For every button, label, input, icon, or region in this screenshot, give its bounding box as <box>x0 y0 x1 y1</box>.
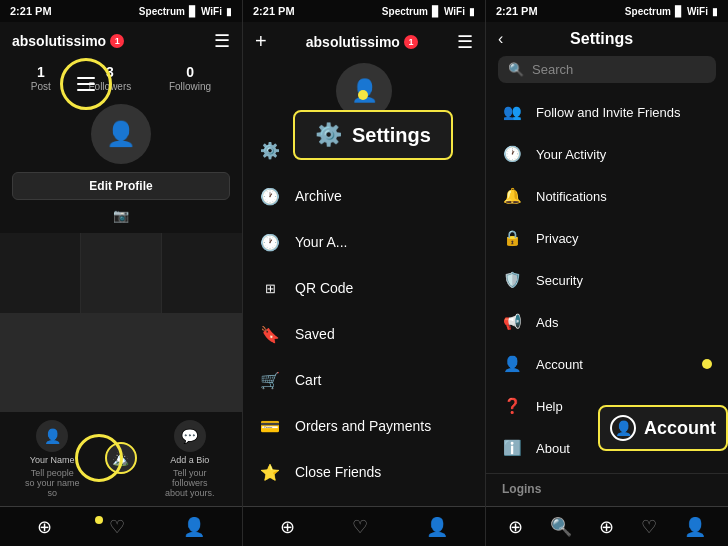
qr-label: QR Code <box>295 280 353 296</box>
help-icon: ❓ <box>502 396 522 416</box>
account-label: Account <box>536 357 583 372</box>
search-bar[interactable]: 🔍 Search <box>498 56 716 83</box>
archive-label: Archive <box>295 188 342 204</box>
avatar: 👤 <box>91 104 151 164</box>
menu-item-activity[interactable]: 🕐 Your A... <box>243 219 485 265</box>
orders-icon: 💳 <box>259 415 281 437</box>
add-button[interactable]: + <box>255 30 267 53</box>
settings-annotation-dot <box>358 90 368 100</box>
security-icon: 🛡️ <box>502 270 522 290</box>
wifi-icon: WiFi <box>201 6 222 17</box>
hamburger-button[interactable]: ☰ <box>214 30 230 52</box>
settings-item-security[interactable]: 🛡️ Security <box>486 259 728 301</box>
signal-icon-p3: ▊ <box>675 6 683 17</box>
menu-item-orders[interactable]: 💳 Orders and Payments <box>243 403 485 449</box>
menu-hamburger[interactable]: ☰ <box>457 31 473 53</box>
home-icon-p3[interactable]: ⊕ <box>508 516 523 538</box>
status-right-p1: Spectrum ▊ WiFi ▮ <box>139 6 232 17</box>
add-photo-area: 📷 <box>0 204 242 227</box>
heart-icon-p3[interactable]: ♡ <box>641 516 657 538</box>
heart-icon-p2[interactable]: ♡ <box>352 516 368 538</box>
carrier-p2: Spectrum <box>382 6 428 17</box>
notif-settings-icon: 🔔 <box>502 186 522 206</box>
settings-item-ads[interactable]: 📢 Ads <box>486 301 728 343</box>
status-right-p3: Spectrum ▊ WiFi ▮ <box>625 6 718 17</box>
security-label: Security <box>536 273 583 288</box>
follow-icon: 👥 <box>502 102 522 122</box>
back-button[interactable]: ‹ <box>498 30 503 48</box>
ham-line-2 <box>77 83 95 85</box>
close-friends-icon: ⭐ <box>259 461 281 483</box>
logins-section: Logins <box>486 473 728 500</box>
profile-icon-nav[interactable]: 👤 <box>183 516 205 538</box>
following-stat: 0 Following <box>169 64 211 92</box>
menu-item-qr[interactable]: ⊞ QR Code <box>243 265 485 311</box>
wifi-icon-p3: WiFi <box>687 6 708 17</box>
add-icon-p3[interactable]: ⊕ <box>599 516 614 538</box>
settings-item-follow[interactable]: 👥 Follow and Invite Friends <box>486 91 728 133</box>
profile-header: absolutissimo 1 ☰ <box>0 22 242 56</box>
hamburger-annotation-circle <box>60 58 112 110</box>
account-annotation-dot <box>702 359 712 369</box>
settings-item-account[interactable]: 👤 Account <box>486 343 728 385</box>
home-icon[interactable]: ⊕ <box>37 516 52 538</box>
qr-icon: ⊞ <box>259 277 281 299</box>
about-icon: ℹ️ <box>502 438 522 458</box>
menu-item-cart[interactable]: 🛒 Cart <box>243 357 485 403</box>
search-icon-p3[interactable]: 🔍 <box>550 516 572 538</box>
menu-item-close-friends[interactable]: ⭐ Close Friends <box>243 449 485 495</box>
battery-icon-p2: ▮ <box>469 6 475 17</box>
account-icon: 👤 <box>502 354 522 374</box>
bottom-section-p1: 👤 Your Name Tell people so your name so … <box>0 411 242 506</box>
settings-title: Settings <box>570 30 633 48</box>
notif-settings-label: Notifications <box>536 189 607 204</box>
privacy-icon: 🔒 <box>502 228 522 248</box>
settings-item-notifications[interactable]: 🔔 Notifications <box>486 175 728 217</box>
menu-item-archive[interactable]: 🕐 Archive <box>243 173 485 219</box>
saved-label: Saved <box>295 326 335 342</box>
menu-notif-badge: 1 <box>404 35 418 49</box>
grid-cell-2 <box>81 233 161 313</box>
photo-icon-btn[interactable]: 🏔️ <box>105 442 137 474</box>
ham-line-1 <box>77 77 95 79</box>
avatar-area: 👤 <box>0 100 242 168</box>
edit-profile-button[interactable]: Edit Profile <box>12 172 230 200</box>
activity-settings-icon: 🕐 <box>502 144 522 164</box>
activity-label: Your A... <box>295 234 347 250</box>
cart-icon: 🛒 <box>259 369 281 391</box>
bottom-nav-p1: ⊕ ♡ 👤 <box>0 506 242 546</box>
carrier-p3: Spectrum <box>625 6 671 17</box>
profile-icon-p3[interactable]: 👤 <box>684 516 706 538</box>
menu-item-saved[interactable]: 🔖 Saved <box>243 311 485 357</box>
heart-icon[interactable]: ♡ <box>109 516 125 538</box>
following-label: Following <box>169 81 211 92</box>
menu-username-area: absolutissimo 1 <box>306 34 418 50</box>
menu-item-discover[interactable]: 👥 Discover People <box>243 495 485 506</box>
follow-label: Follow and Invite Friends <box>536 105 681 120</box>
posts-count: 1 <box>31 64 51 80</box>
bottom-nav-p2: ⊕ ♡ 👤 <box>243 506 485 546</box>
settings-item-privacy[interactable]: 🔒 Privacy <box>486 217 728 259</box>
bio-icon-btn[interactable]: 💬 <box>174 420 206 452</box>
account-callout-box: 👤 Account <box>598 405 728 451</box>
time-p3: 2:21 PM <box>496 5 538 17</box>
privacy-label: Privacy <box>536 231 579 246</box>
search-icon: 🔍 <box>508 62 524 77</box>
add-bio-label: Add a Bio <box>170 455 209 465</box>
settings-item-activity[interactable]: 🕐 Your Activity <box>486 133 728 175</box>
grid-cell-3 <box>162 233 242 313</box>
battery-icon: ▮ <box>226 6 232 17</box>
annotation-dot-p1 <box>95 516 103 524</box>
person-icon-btn[interactable]: 👤 <box>36 420 68 452</box>
profile-icon-p2[interactable]: 👤 <box>426 516 448 538</box>
settings-item-logininfo[interactable]: 🔑 Login Info <box>486 500 728 506</box>
time-p2: 2:21 PM <box>253 5 295 17</box>
home-icon-p2[interactable]: ⊕ <box>280 516 295 538</box>
ads-label: Ads <box>536 315 558 330</box>
profile-grid <box>0 233 242 411</box>
wifi-icon-p2: WiFi <box>444 6 465 17</box>
status-bar-p3: 2:21 PM Spectrum ▊ WiFi ▮ <box>486 0 728 22</box>
status-bar-p1: 2:21 PM Spectrum ▊ WiFi ▮ <box>0 0 242 22</box>
carrier-p1: Spectrum <box>139 6 185 17</box>
search-placeholder: Search <box>532 62 573 77</box>
